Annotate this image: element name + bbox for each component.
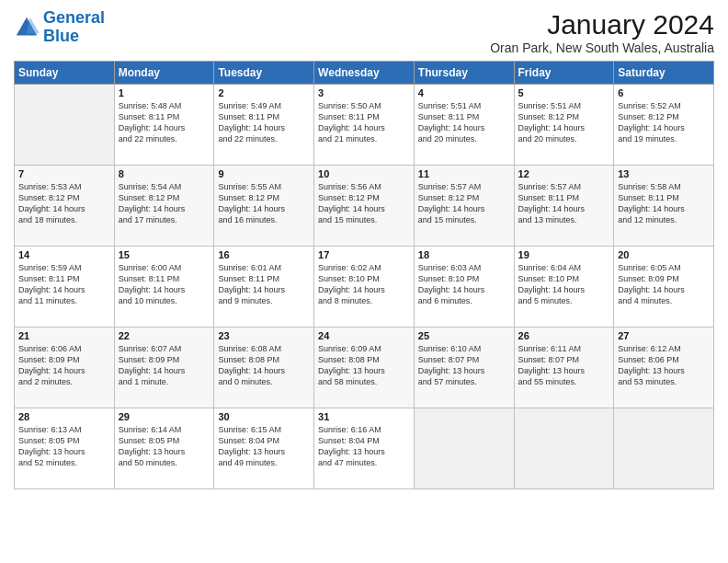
day-number: 12	[518, 168, 610, 179]
day-info: Sunrise: 6:11 AM Sunset: 8:07 PM Dayligh…	[518, 343, 610, 388]
day-number: 14	[18, 249, 110, 260]
day-info: Sunrise: 6:12 AM Sunset: 8:06 PM Dayligh…	[618, 343, 710, 388]
svg-marker-1	[27, 17, 40, 34]
day-number: 4	[418, 87, 510, 98]
day-info: Sunrise: 5:48 AM Sunset: 8:11 PM Dayligh…	[119, 100, 210, 145]
calendar-page: General Blue January 2024 Oran Park, New…	[0, 0, 728, 563]
day-number: 5	[518, 87, 610, 98]
weekday-header: Monday	[114, 62, 214, 85]
calendar-day-cell: 23Sunrise: 6:08 AM Sunset: 8:08 PM Dayli…	[214, 327, 314, 408]
day-info: Sunrise: 5:58 AM Sunset: 8:11 PM Dayligh…	[618, 181, 710, 226]
day-number: 22	[119, 330, 210, 341]
weekday-header: Thursday	[414, 62, 514, 85]
calendar-day-cell: 2Sunrise: 5:49 AM Sunset: 8:11 PM Daylig…	[214, 85, 314, 166]
day-info: Sunrise: 5:51 AM Sunset: 8:11 PM Dayligh…	[418, 100, 510, 145]
day-info: Sunrise: 5:54 AM Sunset: 8:12 PM Dayligh…	[119, 181, 210, 226]
day-info: Sunrise: 6:06 AM Sunset: 8:09 PM Dayligh…	[18, 343, 110, 388]
day-number: 23	[218, 330, 310, 341]
day-number: 28	[18, 411, 110, 422]
calendar-title: January 2024	[490, 9, 714, 40]
day-info: Sunrise: 5:55 AM Sunset: 8:12 PM Dayligh…	[218, 181, 310, 226]
day-number: 10	[318, 168, 410, 179]
day-number: 25	[418, 330, 510, 341]
day-number: 26	[518, 330, 610, 341]
day-number: 19	[518, 249, 610, 260]
header-row: SundayMondayTuesdayWednesdayThursdayFrid…	[15, 62, 714, 85]
calendar-day-cell: 22Sunrise: 6:07 AM Sunset: 8:09 PM Dayli…	[114, 327, 214, 408]
calendar-day-cell	[514, 408, 614, 489]
calendar-day-cell: 3Sunrise: 5:50 AM Sunset: 8:11 PM Daylig…	[314, 85, 415, 166]
calendar-day-cell: 27Sunrise: 6:12 AM Sunset: 8:06 PM Dayli…	[614, 327, 714, 408]
calendar-day-cell: 12Sunrise: 5:57 AM Sunset: 8:11 PM Dayli…	[514, 166, 614, 247]
calendar-day-cell: 4Sunrise: 5:51 AM Sunset: 8:11 PM Daylig…	[414, 85, 514, 166]
day-info: Sunrise: 6:01 AM Sunset: 8:11 PM Dayligh…	[218, 262, 310, 307]
weekday-header: Saturday	[614, 62, 714, 85]
calendar-day-cell: 19Sunrise: 6:04 AM Sunset: 8:10 PM Dayli…	[514, 247, 614, 327]
day-info: Sunrise: 5:52 AM Sunset: 8:12 PM Dayligh…	[618, 100, 710, 145]
calendar-body: 1Sunrise: 5:48 AM Sunset: 8:11 PM Daylig…	[15, 85, 714, 489]
day-info: Sunrise: 6:08 AM Sunset: 8:08 PM Dayligh…	[218, 343, 310, 388]
day-info: Sunrise: 6:02 AM Sunset: 8:10 PM Dayligh…	[318, 262, 410, 307]
calendar-day-cell: 29Sunrise: 6:14 AM Sunset: 8:05 PM Dayli…	[114, 408, 214, 489]
header: General Blue January 2024 Oran Park, New…	[14, 9, 714, 55]
day-number: 20	[618, 249, 710, 260]
day-number: 24	[318, 330, 410, 341]
calendar-week-row: 1Sunrise: 5:48 AM Sunset: 8:11 PM Daylig…	[15, 85, 714, 166]
day-info: Sunrise: 5:53 AM Sunset: 8:12 PM Dayligh…	[18, 181, 110, 226]
day-number: 27	[618, 330, 710, 341]
day-info: Sunrise: 6:05 AM Sunset: 8:09 PM Dayligh…	[618, 262, 710, 307]
logo: General Blue	[14, 9, 105, 46]
day-info: Sunrise: 5:57 AM Sunset: 8:11 PM Dayligh…	[518, 181, 610, 226]
calendar-day-cell: 18Sunrise: 6:03 AM Sunset: 8:10 PM Dayli…	[414, 247, 514, 327]
weekday-header: Sunday	[15, 62, 115, 85]
calendar-table: SundayMondayTuesdayWednesdayThursdayFrid…	[14, 61, 714, 489]
day-info: Sunrise: 5:50 AM Sunset: 8:11 PM Dayligh…	[318, 100, 410, 145]
day-info: Sunrise: 6:10 AM Sunset: 8:07 PM Dayligh…	[418, 343, 510, 388]
calendar-day-cell: 21Sunrise: 6:06 AM Sunset: 8:09 PM Dayli…	[15, 327, 115, 408]
calendar-day-cell: 20Sunrise: 6:05 AM Sunset: 8:09 PM Dayli…	[614, 247, 714, 327]
weekday-header: Tuesday	[214, 62, 314, 85]
day-info: Sunrise: 6:04 AM Sunset: 8:10 PM Dayligh…	[518, 262, 610, 307]
day-number: 18	[418, 249, 510, 260]
calendar-week-row: 14Sunrise: 5:59 AM Sunset: 8:11 PM Dayli…	[15, 247, 714, 327]
day-info: Sunrise: 5:59 AM Sunset: 8:11 PM Dayligh…	[18, 262, 110, 307]
day-number: 6	[618, 87, 710, 98]
calendar-day-cell: 6Sunrise: 5:52 AM Sunset: 8:12 PM Daylig…	[614, 85, 714, 166]
day-number: 3	[318, 87, 410, 98]
day-number: 8	[119, 168, 210, 179]
day-info: Sunrise: 6:03 AM Sunset: 8:10 PM Dayligh…	[418, 262, 510, 307]
day-number: 16	[218, 249, 310, 260]
calendar-day-cell: 10Sunrise: 5:56 AM Sunset: 8:12 PM Dayli…	[314, 166, 415, 247]
day-info: Sunrise: 5:56 AM Sunset: 8:12 PM Dayligh…	[318, 181, 410, 226]
calendar-day-cell: 7Sunrise: 5:53 AM Sunset: 8:12 PM Daylig…	[15, 166, 115, 247]
day-number: 30	[218, 411, 310, 422]
day-info: Sunrise: 6:13 AM Sunset: 8:05 PM Dayligh…	[18, 424, 110, 469]
calendar-day-cell: 30Sunrise: 6:15 AM Sunset: 8:04 PM Dayli…	[214, 408, 314, 489]
day-number: 21	[18, 330, 110, 341]
calendar-day-cell: 25Sunrise: 6:10 AM Sunset: 8:07 PM Dayli…	[414, 327, 514, 408]
day-number: 15	[119, 249, 210, 260]
day-info: Sunrise: 6:00 AM Sunset: 8:11 PM Dayligh…	[119, 262, 210, 307]
logo-text: General Blue	[43, 9, 105, 46]
calendar-header: SundayMondayTuesdayWednesdayThursdayFrid…	[15, 62, 714, 85]
day-number: 29	[119, 411, 210, 422]
calendar-day-cell: 15Sunrise: 6:00 AM Sunset: 8:11 PM Dayli…	[114, 247, 214, 327]
day-info: Sunrise: 6:15 AM Sunset: 8:04 PM Dayligh…	[218, 424, 310, 469]
calendar-day-cell: 26Sunrise: 6:11 AM Sunset: 8:07 PM Dayli…	[514, 327, 614, 408]
day-number: 11	[418, 168, 510, 179]
calendar-day-cell: 28Sunrise: 6:13 AM Sunset: 8:05 PM Dayli…	[15, 408, 115, 489]
day-number: 13	[618, 168, 710, 179]
day-info: Sunrise: 6:07 AM Sunset: 8:09 PM Dayligh…	[119, 343, 210, 388]
title-block: January 2024 Oran Park, New South Wales,…	[490, 9, 714, 55]
calendar-week-row: 21Sunrise: 6:06 AM Sunset: 8:09 PM Dayli…	[15, 327, 714, 408]
calendar-day-cell	[414, 408, 514, 489]
day-info: Sunrise: 6:14 AM Sunset: 8:05 PM Dayligh…	[119, 424, 210, 469]
calendar-day-cell: 16Sunrise: 6:01 AM Sunset: 8:11 PM Dayli…	[214, 247, 314, 327]
day-info: Sunrise: 5:57 AM Sunset: 8:12 PM Dayligh…	[418, 181, 510, 226]
day-number: 1	[119, 87, 210, 98]
calendar-day-cell: 11Sunrise: 5:57 AM Sunset: 8:12 PM Dayli…	[414, 166, 514, 247]
calendar-day-cell: 1Sunrise: 5:48 AM Sunset: 8:11 PM Daylig…	[114, 85, 214, 166]
calendar-day-cell: 8Sunrise: 5:54 AM Sunset: 8:12 PM Daylig…	[114, 166, 214, 247]
day-info: Sunrise: 6:09 AM Sunset: 8:08 PM Dayligh…	[318, 343, 410, 388]
day-info: Sunrise: 5:49 AM Sunset: 8:11 PM Dayligh…	[218, 100, 310, 145]
